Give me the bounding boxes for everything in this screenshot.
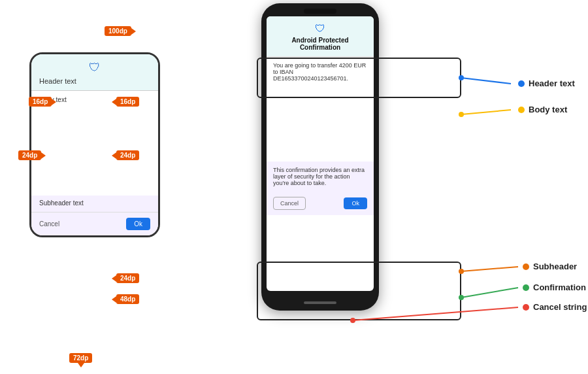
dot-header [518, 80, 525, 87]
subheader-text-left: Subheader text [39, 199, 150, 207]
dot-subheader [523, 264, 529, 270]
svg-point-3 [459, 112, 464, 117]
dialog-cancel-button[interactable]: Cancel [273, 197, 306, 210]
header-text-label-text: Header text [529, 78, 575, 88]
left-diagram: 100dp 🛡 Header text Body text Subheader … [20, 20, 170, 237]
dialog-ok-button[interactable]: Ok [344, 197, 367, 209]
dim-16dp-right: 16dp [116, 97, 139, 107]
phone-home-bar [304, 301, 336, 304]
dialog-title-text: Android Protected Confirmation [273, 37, 367, 51]
right-phone-container: 🛡 Android Protected Confirmation You are… [255, 3, 385, 311]
button-bar-left: Cancel Ok [31, 212, 158, 235]
dim-72dp: 72dp [69, 353, 92, 363]
dot-body [518, 107, 525, 113]
dot-confirmation [523, 284, 529, 291]
dialog-title-section: 🛡 Android Protected Confirmation [267, 16, 374, 57]
svg-point-7 [459, 295, 464, 300]
dim-16dp-left: 16dp [29, 97, 52, 107]
subheader-label-text: Subheader [533, 262, 577, 271]
header-text-label: Header text [518, 78, 575, 88]
dialog-subheader-text: This confirmation provides an extra laye… [273, 167, 367, 186]
body-text-label-text: Body text [529, 105, 567, 114]
dialog-middle-space [267, 96, 374, 162]
body-text-label: Body text [518, 105, 567, 114]
phone-mockup-left: 🛡 Header text Body text Subheader text C… [29, 52, 160, 237]
dialog-buttons: Cancel Ok [267, 192, 374, 215]
phone-left-inner: 🛡 Header text Body text Subheader text C… [31, 54, 158, 235]
dim-24dp-subheader: 24dp [116, 273, 139, 283]
subheader-label: Subheader [523, 262, 577, 271]
right-phone: 🛡 Android Protected Confirmation You are… [261, 3, 379, 311]
phone-screen: 🛡 Android Protected Confirmation You are… [267, 16, 374, 291]
svg-line-6 [461, 288, 518, 298]
confirmation-string-label: Confirmation string [523, 282, 588, 292]
shield-icon-right: 🛡 [273, 23, 367, 35]
dim-24dp-right: 24dp [116, 150, 139, 160]
cancel-button-left[interactable]: Cancel [39, 220, 59, 228]
shield-icon-left: 🛡 [39, 61, 150, 75]
svg-point-5 [459, 269, 464, 274]
svg-line-0 [461, 78, 511, 84]
header-section-left: 🛡 Header text [31, 54, 158, 91]
svg-line-4 [461, 267, 518, 271]
header-text-left: Header text [39, 77, 150, 85]
dim-24dp-left: 24dp [18, 150, 41, 160]
svg-point-9 [350, 318, 355, 323]
svg-point-1 [459, 75, 464, 80]
subheader-section-left: Subheader text [31, 196, 158, 212]
cancel-string-label-text: Cancel string [533, 302, 587, 312]
dim-48dp: 48dp [116, 294, 139, 304]
confirmation-string-label-text: Confirmation string [533, 282, 588, 292]
dim-100dp: 100dp [105, 26, 131, 36]
ok-button-left[interactable]: Ok [126, 218, 150, 230]
dot-cancel [523, 304, 529, 311]
svg-line-2 [461, 110, 511, 114]
dialog-subheader-section: This confirmation provides an extra laye… [267, 162, 374, 192]
phone-notch [304, 8, 336, 14]
dialog-body-text: You are going to transfer 4200 EUR to IB… [267, 57, 374, 96]
cancel-string-label: Cancel string [523, 302, 587, 312]
